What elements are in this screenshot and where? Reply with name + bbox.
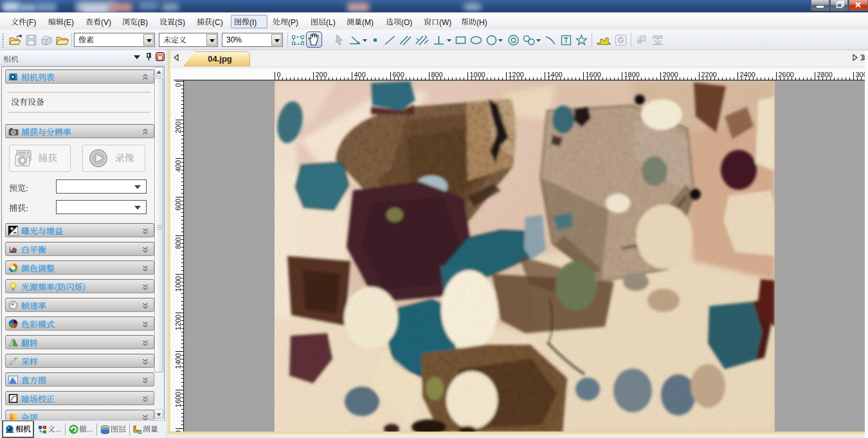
svg-text:2400: 2400 <box>740 71 755 78</box>
svg-text:200: 200 <box>174 122 182 133</box>
svg-text:3000: 3000 <box>856 71 865 78</box>
svg-text:1200: 1200 <box>509 71 524 78</box>
svg-text:400: 400 <box>174 160 182 172</box>
svg-text:1600: 1600 <box>174 392 182 407</box>
svg-text:800: 800 <box>174 237 182 249</box>
svg-text:200: 200 <box>316 71 327 78</box>
svg-text:1000: 1000 <box>470 71 485 78</box>
svg-text:1400: 1400 <box>547 71 563 78</box>
svg-text:1800: 1800 <box>624 71 640 78</box>
svg-text:1400: 1400 <box>174 353 182 369</box>
svg-text:2000: 2000 <box>663 71 678 78</box>
svg-text:G: G <box>618 36 624 45</box>
svg-text:2600: 2600 <box>779 71 794 78</box>
svg-text:1200: 1200 <box>174 315 182 330</box>
svg-text:600: 600 <box>174 199 182 210</box>
svg-text:0: 0 <box>277 71 281 78</box>
svg-text:400: 400 <box>354 71 366 78</box>
svg-text:1000: 1000 <box>174 276 182 291</box>
svg-text:0: 0 <box>174 83 182 87</box>
svg-text:1600: 1600 <box>586 71 601 78</box>
svg-text:2200: 2200 <box>701 71 717 78</box>
svg-text:2800: 2800 <box>817 71 833 78</box>
svg-text:800: 800 <box>431 71 443 78</box>
svg-text:600: 600 <box>393 71 404 78</box>
